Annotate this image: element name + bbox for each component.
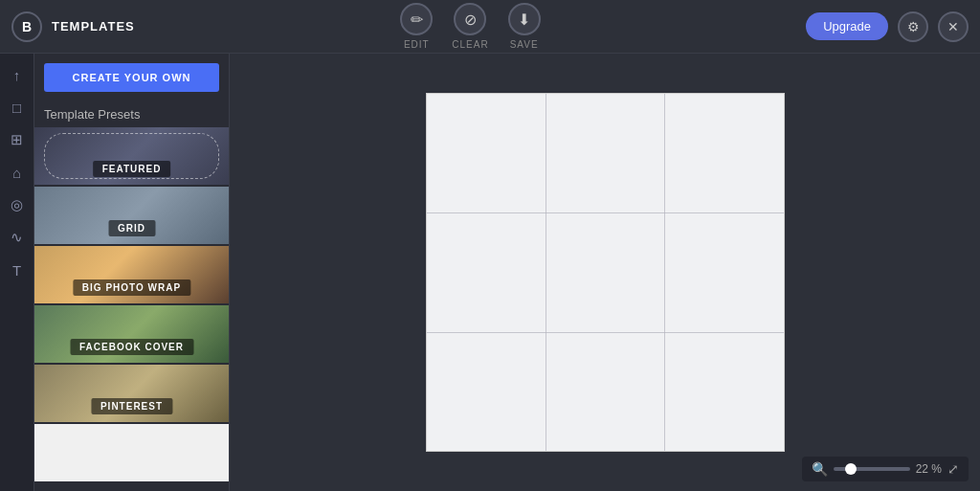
top-bar: B TEMPLATES ✏ EDIT ⊘ CLEAR ⬇ SAVE Upgrad… (0, 0, 980, 54)
preset-pinterest[interactable]: PINTEREST (34, 365, 229, 422)
nav-upload-icon[interactable]: ↑ (4, 61, 31, 88)
preset-facebook[interactable]: FACEBOOK COVER (34, 305, 229, 363)
preset-pinterest-label: PINTEREST (91, 398, 172, 414)
save-icon: ⬇ (508, 3, 541, 35)
top-bar-center: ✏ EDIT ⊘ CLEAR ⬇ SAVE (400, 3, 540, 50)
canvas-container (426, 93, 785, 452)
sidebar-header: CREATE YOUR OWN (34, 54, 229, 100)
edit-label: EDIT (404, 39, 430, 50)
close-icon: ✕ (947, 19, 959, 34)
preset-facebook-label: FACEBOOK COVER (70, 339, 193, 355)
edit-icon: ✏ (400, 3, 433, 35)
nav-grid-icon[interactable]: ⊞ (4, 126, 31, 153)
nav-layout-icon[interactable]: □ (4, 94, 31, 121)
top-bar-left: B TEMPLATES (11, 11, 135, 42)
zoom-slider[interactable] (834, 467, 910, 471)
preset-list: FEATURED GRID BIG PHOTO WRAP FACEBOOK CO… (34, 127, 229, 491)
canvas-grid (427, 94, 784, 451)
edit-button[interactable]: ✏ EDIT (400, 3, 433, 50)
zoom-thumb (845, 463, 857, 475)
top-bar-right: Upgrade ⚙ ✕ (806, 11, 969, 42)
template-presets-heading: Template Presets (34, 100, 229, 127)
canvas-area: 🔍 22 % ⤢ (230, 54, 980, 491)
preset-featured[interactable]: FEATURED (34, 127, 229, 185)
main-content: ↑ □ ⊞ ⌂ ◎ ∿ T CREATE YOUR OWN Template P… (0, 54, 980, 491)
preset-grid-label: GRID (108, 220, 155, 236)
preset-featured-label: FEATURED (93, 161, 171, 177)
zoom-percent: 22 % (916, 462, 942, 476)
save-button[interactable]: ⬇ SAVE (508, 3, 541, 50)
clear-label: CLEAR (452, 39, 488, 50)
nav-text-icon[interactable]: T (4, 257, 31, 283)
app-title: TEMPLATES (52, 19, 135, 33)
preset-bigphoto-label: BIG PHOTO WRAP (73, 279, 190, 296)
preset-bigphoto[interactable]: BIG PHOTO WRAP (34, 246, 229, 303)
settings-button[interactable]: ⚙ (898, 11, 928, 42)
preset-grid[interactable]: GRID (34, 187, 229, 244)
zoom-fit-icon[interactable]: ⤢ (947, 461, 959, 477)
clear-icon: ⊘ (454, 3, 486, 35)
zoom-out-icon[interactable]: 🔍 (812, 461, 828, 477)
nav-wave-icon[interactable]: ∿ (4, 224, 31, 251)
sidebar-blank (34, 424, 229, 481)
nav-target-icon[interactable]: ◎ (4, 191, 31, 218)
clear-button[interactable]: ⊘ CLEAR (452, 3, 488, 50)
create-your-own-button[interactable]: CREATE YOUR OWN (44, 63, 219, 92)
zoom-bar: 🔍 22 % ⤢ (802, 457, 969, 481)
nav-home-icon[interactable]: ⌂ (4, 159, 31, 186)
upgrade-button[interactable]: Upgrade (806, 12, 888, 40)
sidebar: CREATE YOUR OWN Template Presets FEATURE… (34, 54, 230, 491)
settings-icon: ⚙ (907, 19, 920, 34)
close-button[interactable]: ✕ (938, 11, 969, 42)
app-logo: B (11, 11, 42, 42)
save-label: SAVE (510, 39, 539, 50)
icon-nav: ↑ □ ⊞ ⌂ ◎ ∿ T (0, 54, 34, 491)
